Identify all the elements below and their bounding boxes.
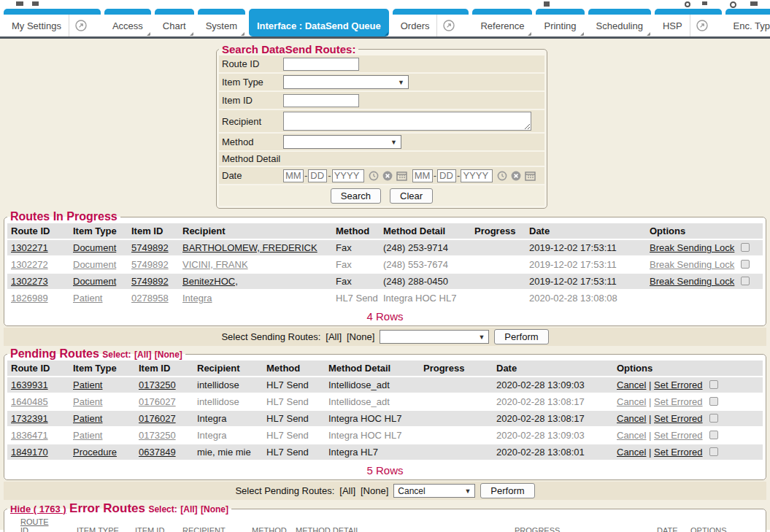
break-sending-lock-link[interactable]: Break Sending Lock	[650, 242, 734, 253]
item-id-link[interactable]: 0173250	[139, 430, 176, 441]
row-checkbox[interactable]	[741, 260, 750, 269]
date-to-day-input[interactable]	[437, 169, 456, 182]
pending-bar-all-link[interactable]: [All]	[339, 485, 355, 496]
cancel-link[interactable]: Cancel	[617, 447, 646, 458]
sending-perform-button[interactable]: Perform	[494, 329, 548, 344]
route-id-link[interactable]: 1639931	[11, 379, 48, 390]
pending-bar-none-link[interactable]: [None]	[361, 485, 388, 496]
item-id-link[interactable]: 5749892	[131, 259, 169, 270]
tab-popout-button[interactable]	[436, 15, 461, 36]
item-type-link[interactable]: Document	[73, 276, 116, 287]
clear-button[interactable]: Clear	[390, 188, 433, 204]
set-errored-link[interactable]: Set Errored	[654, 447, 702, 458]
column-header-item-type[interactable]: ITEM TYPE	[73, 516, 131, 532]
tab-popout-button[interactable]	[69, 15, 93, 36]
break-sending-lock-link[interactable]: Break Sending Lock	[650, 276, 734, 287]
item-id-link[interactable]: 0173250	[139, 379, 176, 390]
popout-icon[interactable]	[443, 20, 455, 31]
row-checkbox[interactable]	[741, 243, 750, 252]
sending-action-select[interactable]: ▼	[380, 330, 489, 344]
set-errored-link[interactable]: Set Errored	[654, 430, 702, 441]
route-id-link[interactable]: 1826989	[11, 293, 48, 304]
tab-printing[interactable]: Printing	[536, 9, 584, 36]
row-checkbox[interactable]	[741, 277, 750, 285]
recipient-textarea[interactable]	[283, 112, 531, 131]
date-from-day-input[interactable]	[308, 169, 327, 182]
row-checkbox[interactable]	[709, 397, 718, 406]
column-header-route-id[interactable]: ROUTE ID	[7, 516, 73, 532]
item-type-select[interactable]: ▼	[283, 75, 409, 89]
item-type-link[interactable]: Patient	[73, 379, 102, 390]
item-id-link[interactable]: 5749892	[131, 242, 169, 253]
row-checkbox[interactable]	[709, 431, 718, 439]
error-select-all-link[interactable]: [All]	[180, 504, 197, 514]
item-id-link[interactable]: 0637849	[139, 447, 176, 458]
sending-select-none-link[interactable]: [None]	[347, 331, 374, 342]
item-id-link[interactable]: 0176027	[139, 413, 176, 424]
route-id-link[interactable]: 1302271	[11, 242, 48, 253]
clear-date-icon[interactable]	[382, 171, 393, 181]
date-from-month-input[interactable]	[283, 169, 304, 182]
row-checkbox[interactable]	[709, 414, 718, 423]
recipient-link[interactable]: BARTHOLOMEW, FREDERICK	[182, 242, 317, 253]
sending-select-all-link[interactable]: [All]	[326, 331, 342, 342]
pending-action-select[interactable]: Cancel ▼	[393, 484, 475, 498]
item-id-link[interactable]: 0176027	[139, 396, 176, 407]
item-type-link[interactable]: Document	[73, 242, 116, 253]
popout-icon[interactable]	[696, 20, 708, 31]
tab-access[interactable]: Access	[104, 9, 151, 36]
tab-system[interactable]: System	[198, 9, 245, 36]
date-to-month-input[interactable]	[412, 169, 433, 182]
tab-popout-button[interactable]	[690, 15, 714, 36]
calendar-icon[interactable]	[396, 171, 407, 181]
date-to-year-input[interactable]	[461, 169, 493, 182]
recipient-link[interactable]: BenitezHOC,	[182, 276, 238, 287]
error-select-none-link[interactable]: [None]	[201, 504, 228, 514]
tab-orders[interactable]: Orders	[393, 9, 469, 36]
clock-icon[interactable]	[369, 171, 379, 181]
hide-error-routes-link[interactable]: Hide ( 1763 )	[10, 504, 66, 514]
tab-hsp[interactable]: HSP	[655, 9, 722, 36]
item-type-link[interactable]: Patient	[73, 396, 102, 407]
set-errored-link[interactable]: Set Errored	[654, 413, 702, 424]
tab-interface-datasend-queue[interactable]: Interface : DataSend Queue	[249, 9, 389, 36]
column-header-recipient[interactable]: RECIPIENT	[179, 516, 248, 532]
route-id-link[interactable]: 1836471	[11, 430, 48, 441]
popout-icon[interactable]	[75, 20, 87, 31]
clear-date-icon[interactable]	[511, 171, 521, 181]
item-id-link[interactable]: 5749892	[131, 276, 169, 287]
cancel-link[interactable]: Cancel	[617, 413, 646, 424]
break-sending-lock-link[interactable]: Break Sending Lock	[650, 259, 734, 270]
pending-perform-button[interactable]: Perform	[480, 483, 534, 498]
route-id-link[interactable]: 1640485	[11, 396, 48, 407]
date-from-year-input[interactable]	[332, 169, 364, 182]
pending-select-all-link[interactable]: [All]	[134, 350, 151, 360]
item-type-link[interactable]: Procedure	[73, 447, 117, 458]
item-type-link[interactable]: Patient	[73, 293, 102, 304]
tab-my-settings[interactable]: My Settings	[4, 9, 101, 36]
tab-scheduling[interactable]: Scheduling	[588, 9, 651, 36]
tab-chart[interactable]: Chart	[155, 9, 194, 36]
cancel-link[interactable]: Cancel	[617, 379, 646, 390]
route-id-link[interactable]: 1849170	[11, 447, 48, 458]
row-checkbox[interactable]	[709, 447, 718, 456]
recipient-link[interactable]: Integra	[182, 293, 212, 304]
column-header-date[interactable]: DATE	[653, 516, 687, 532]
column-header-item-id[interactable]: ITEM ID	[131, 516, 179, 532]
route-id-link[interactable]: 1302273	[11, 276, 48, 287]
route-id-link[interactable]: 1302272	[11, 259, 48, 270]
recipient-link[interactable]: VICINI, FRANK	[182, 259, 248, 270]
set-errored-link[interactable]: Set Errored	[654, 379, 702, 390]
route-id-link[interactable]: 1732391	[11, 413, 48, 424]
pending-select-none-link[interactable]: [None]	[155, 350, 182, 360]
search-button[interactable]: Search	[331, 188, 381, 204]
column-header-method-detail[interactable]: METHOD DETAIL	[292, 516, 511, 532]
set-errored-link[interactable]: Set Errored	[654, 396, 702, 407]
item-type-link[interactable]: Patient	[73, 430, 102, 441]
route-id-input[interactable]	[283, 58, 359, 71]
column-header-method[interactable]: METHOD	[248, 516, 292, 532]
item-id-input[interactable]	[283, 94, 359, 107]
cancel-link[interactable]: Cancel	[617, 396, 646, 407]
item-type-link[interactable]: Document	[73, 259, 116, 270]
clock-icon[interactable]	[497, 171, 507, 181]
